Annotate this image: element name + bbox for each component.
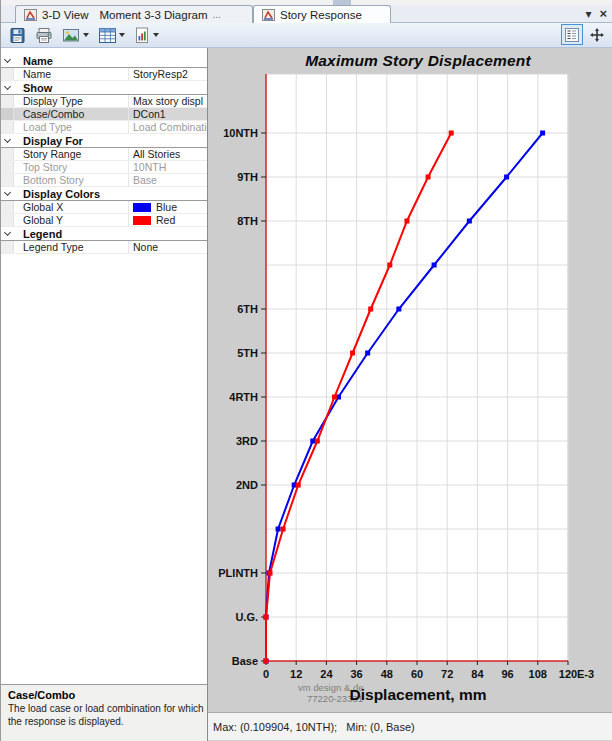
property-row-global-y[interactable]: Global YRed: [1, 214, 207, 227]
data-point-global-y-8th[interactable]: [404, 219, 409, 224]
property-row-name[interactable]: NameStoryResp2: [1, 68, 207, 81]
property-row-global-x[interactable]: Global XBlue: [1, 201, 207, 214]
property-label: Legend Type: [14, 241, 128, 253]
export-image-button[interactable]: [59, 25, 92, 46]
data-point-global-y-10nth[interactable]: [449, 131, 454, 136]
property-value[interactable]: All Stories: [128, 148, 207, 160]
data-point-global-x-1st[interactable]: [276, 527, 281, 532]
property-value[interactable]: Base: [128, 174, 207, 186]
print-button[interactable]: [32, 25, 56, 46]
collapse-chevron-icon[interactable]: [4, 56, 11, 63]
x-tick-label: 12: [290, 668, 302, 680]
collapse-chevron-icon[interactable]: [4, 83, 11, 90]
section-header-show[interactable]: Show: [1, 81, 207, 95]
property-value[interactable]: Red: [128, 214, 207, 226]
tab-story-response[interactable]: Story Response: [253, 5, 391, 23]
tab-moment-diagram[interactable]: Moment 3-3 Diagram: [99, 9, 207, 21]
data-point-global-x-10nth[interactable]: [540, 131, 545, 136]
story-response-icon: [262, 9, 275, 21]
properties-panel-toggle[interactable]: [561, 24, 583, 45]
data-point-global-x-5th[interactable]: [365, 351, 370, 356]
tab-group-inactive[interactable]: 3-D View Moment 3-3 Diagram ...: [15, 5, 253, 23]
data-point-global-y-2nd[interactable]: [296, 483, 301, 488]
view-tab-bar: 3-D View Moment 3-3 Diagram ... Story Re…: [1, 5, 612, 23]
export-chart-dropdown-icon[interactable]: [153, 33, 159, 37]
tab-controls: ▾ ×: [585, 6, 607, 22]
data-point-global-x-3rd[interactable]: [310, 439, 315, 444]
export-image-dropdown-icon[interactable]: [83, 33, 89, 37]
property-value[interactable]: DCon1: [128, 108, 207, 120]
data-point-global-y-plinth[interactable]: [268, 571, 273, 576]
export-table-dropdown-icon[interactable]: [119, 33, 125, 37]
export-table-button[interactable]: [95, 25, 128, 46]
section-gutter: [1, 227, 14, 240]
section-header-display-for[interactable]: Display For: [1, 134, 207, 148]
data-point-global-x-7th[interactable]: [432, 263, 437, 268]
tab-overflow-ellipsis[interactable]: ...: [212, 9, 220, 20]
data-point-global-y-base[interactable]: [264, 659, 269, 664]
property-value-text: StoryResp2: [133, 68, 188, 80]
collapse-chevron-icon[interactable]: [4, 229, 11, 236]
property-value[interactable]: StoryResp2: [128, 68, 207, 80]
section-header-label: Name: [14, 55, 53, 67]
pan-arrows-icon: [589, 27, 605, 43]
property-row-story-range[interactable]: Story RangeAll Stories: [1, 148, 207, 161]
section-header-label: Show: [14, 82, 52, 94]
data-point-global-x-8th[interactable]: [467, 219, 472, 224]
data-point-global-y-7th[interactable]: [387, 263, 392, 268]
property-label: Global X: [14, 201, 128, 213]
chart-panel: Maximum Story Displacement 0122436486072…: [208, 48, 612, 712]
section-header-label: Display For: [14, 135, 83, 147]
data-point-global-y-4rth[interactable]: [332, 395, 337, 400]
property-value[interactable]: Blue: [128, 201, 207, 213]
x-tick-label: 84: [471, 668, 484, 680]
section-header-legend[interactable]: Legend: [1, 227, 207, 241]
property-value[interactable]: Max story displ: [128, 95, 207, 107]
property-row-top-story[interactable]: Top Story10NTH: [1, 161, 207, 174]
data-point-global-y-9th[interactable]: [426, 175, 431, 180]
pan-button[interactable]: [586, 24, 608, 45]
data-point-global-y-3rd[interactable]: [315, 439, 320, 444]
property-value-text: Max story displ: [133, 95, 203, 107]
collapse-chevron-icon[interactable]: [4, 136, 11, 143]
data-point-global-y-5th[interactable]: [350, 351, 355, 356]
property-row-case-combo[interactable]: Case/ComboDCon1: [1, 108, 207, 121]
property-value-text: Load Combination: [133, 121, 207, 133]
x-axis-unit-label: E-3: [577, 668, 594, 680]
tab-menu-icon[interactable]: ▾: [585, 6, 591, 22]
property-label: Global Y: [14, 214, 128, 226]
property-row-legend-type[interactable]: Legend TypeNone: [1, 241, 207, 254]
export-chart-button[interactable]: [131, 25, 162, 46]
section-gutter: [1, 81, 14, 94]
data-point-global-x-9th[interactable]: [504, 175, 509, 180]
save-button[interactable]: [6, 25, 29, 46]
x-tick-label: 48: [381, 668, 393, 680]
x-tick-label: 36: [350, 668, 362, 680]
row-gutter: [1, 201, 14, 213]
data-point-global-y-1st[interactable]: [281, 527, 286, 532]
row-gutter: [1, 174, 14, 186]
property-grid: NameNameStoryResp2ShowDisplay TypeMax st…: [1, 54, 207, 254]
row-gutter: [1, 148, 14, 160]
y-tick-label: 2ND: [236, 479, 258, 491]
property-row-load-type[interactable]: Load TypeLoad Combination: [1, 121, 207, 134]
y-tick-label: 5TH: [237, 347, 258, 359]
section-header-display-colors[interactable]: Display Colors: [1, 187, 207, 201]
x-tick-label: 96: [501, 668, 513, 680]
property-value[interactable]: Load Combination: [128, 121, 207, 133]
data-point-global-x-6th[interactable]: [396, 307, 401, 312]
property-label: Story Range: [14, 148, 128, 160]
property-value[interactable]: None: [128, 241, 207, 253]
tab-story-response-label: Story Response: [280, 9, 362, 21]
table-icon: [98, 27, 117, 44]
collapse-chevron-icon[interactable]: [4, 189, 11, 196]
property-row-display-type[interactable]: Display TypeMax story displ: [1, 95, 207, 108]
property-row-bottom-story[interactable]: Bottom StoryBase: [1, 174, 207, 187]
close-icon[interactable]: ×: [599, 6, 607, 22]
tab-3d-view[interactable]: 3-D View: [42, 9, 88, 21]
data-point-global-y-u-g[interactable]: [264, 615, 269, 620]
row-gutter: [1, 241, 14, 253]
property-value[interactable]: 10NTH: [128, 161, 207, 173]
section-header-name[interactable]: Name: [1, 54, 207, 68]
data-point-global-y-6th[interactable]: [368, 307, 373, 312]
